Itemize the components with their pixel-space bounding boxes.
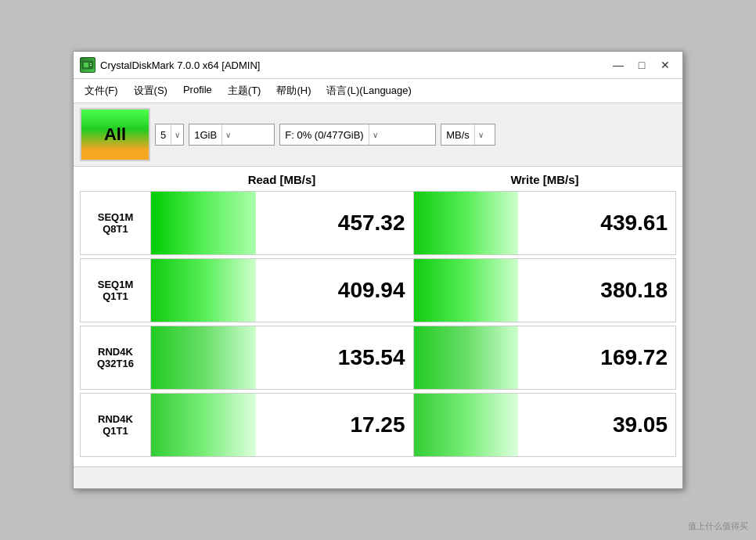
count-select[interactable]: 5 ∨ bbox=[155, 124, 184, 146]
table-row: SEQ1M Q8T1 457.32 439.61 bbox=[80, 191, 676, 255]
header-empty bbox=[80, 170, 150, 189]
svg-rect-1 bbox=[84, 63, 88, 67]
title-bar-left: CrystalDiskMark 7.0.0 x64 [ADMIN] bbox=[80, 57, 260, 73]
read-bar-2 bbox=[151, 326, 256, 389]
close-button[interactable]: ✕ bbox=[654, 56, 676, 74]
read-value-1: 409.94 bbox=[256, 259, 413, 322]
size-value: 1GiB bbox=[189, 128, 221, 142]
app-icon bbox=[80, 57, 95, 73]
row-cells: 135.54 169.72 bbox=[151, 326, 675, 389]
drive-select[interactable]: F: 0% (0/477GiB) ∨ bbox=[279, 124, 436, 146]
write-bar-2 bbox=[414, 326, 519, 389]
read-value-3: 17.25 bbox=[256, 394, 413, 456]
write-bar-3 bbox=[414, 394, 519, 456]
minimize-button[interactable]: — bbox=[607, 56, 629, 74]
results-table: Read [MB/s] Write [MB/s] SEQ1M Q8T1 457.… bbox=[74, 167, 682, 466]
maximize-button[interactable]: □ bbox=[631, 56, 653, 74]
row-label-seq1m-q1t1: SEQ1M Q1T1 bbox=[81, 259, 151, 322]
row-label-seq1m-q8t1: SEQ1M Q8T1 bbox=[81, 192, 151, 254]
menu-item-s[interactable]: 设置(S) bbox=[126, 81, 175, 101]
drive-arrow[interactable]: ∨ bbox=[369, 124, 381, 145]
svg-rect-3 bbox=[90, 65, 92, 66]
menu-item-llanguage[interactable]: 语言(L)(Language) bbox=[319, 81, 419, 101]
read-value-0: 457.32 bbox=[256, 192, 413, 254]
header-write: Write [MB/s] bbox=[413, 170, 676, 189]
row-label-rnd4k-q32t16: RND4K Q32T16 bbox=[81, 326, 151, 389]
count-arrow[interactable]: ∨ bbox=[171, 124, 183, 145]
size-select[interactable]: 1GiB ∨ bbox=[189, 124, 275, 146]
header-read: Read [MB/s] bbox=[150, 170, 413, 189]
read-bar-3 bbox=[151, 394, 256, 456]
table-row: SEQ1M Q1T1 409.94 380.18 bbox=[80, 258, 676, 322]
read-cell-1: 409.94 bbox=[151, 259, 414, 322]
title-bar: CrystalDiskMark 7.0.0 x64 [ADMIN] — □ ✕ bbox=[74, 52, 682, 79]
read-cell-0: 457.32 bbox=[151, 192, 414, 254]
write-cell-1: 380.18 bbox=[414, 259, 676, 322]
table-header: Read [MB/s] Write [MB/s] bbox=[80, 170, 676, 189]
read-value-2: 135.54 bbox=[256, 326, 413, 389]
row-cells: 409.94 380.18 bbox=[151, 259, 675, 322]
title-controls: — □ ✕ bbox=[607, 56, 676, 74]
svg-rect-2 bbox=[90, 63, 92, 64]
row-cells: 17.25 39.05 bbox=[151, 394, 675, 456]
table-row: RND4K Q1T1 17.25 39.05 bbox=[80, 393, 676, 457]
write-bar-1 bbox=[414, 259, 519, 322]
row-label-rnd4k-q1t1: RND4K Q1T1 bbox=[81, 394, 151, 456]
read-bar-0 bbox=[151, 192, 256, 254]
menu-item-profile[interactable]: Profile bbox=[175, 81, 220, 101]
main-window: CrystalDiskMark 7.0.0 x64 [ADMIN] — □ ✕ … bbox=[73, 51, 683, 489]
write-cell-0: 439.61 bbox=[414, 192, 676, 254]
write-value-2: 169.72 bbox=[518, 326, 675, 389]
status-bar bbox=[74, 466, 682, 488]
read-cell-3: 17.25 bbox=[151, 394, 414, 456]
unit-select[interactable]: MB/s ∨ bbox=[441, 124, 495, 146]
write-value-1: 380.18 bbox=[518, 259, 675, 322]
unit-value: MB/s bbox=[441, 128, 474, 142]
table-row: RND4K Q32T16 135.54 169.72 bbox=[80, 326, 676, 390]
window-title: CrystalDiskMark 7.0.0 x64 [ADMIN] bbox=[100, 59, 260, 71]
read-bar-1 bbox=[151, 259, 256, 322]
write-value-0: 439.61 bbox=[518, 192, 675, 254]
write-cell-3: 39.05 bbox=[414, 394, 676, 456]
menu-item-t[interactable]: 主题(T) bbox=[220, 81, 269, 101]
read-cell-2: 135.54 bbox=[151, 326, 414, 389]
unit-arrow[interactable]: ∨ bbox=[474, 124, 487, 145]
row-cells: 457.32 439.61 bbox=[151, 192, 675, 254]
menu-item-f[interactable]: 文件(F) bbox=[77, 81, 126, 101]
write-cell-2: 169.72 bbox=[414, 326, 676, 389]
drive-value: F: 0% (0/477GiB) bbox=[280, 128, 368, 142]
size-arrow[interactable]: ∨ bbox=[221, 124, 234, 145]
menu-bar: 文件(F)设置(S)Profile主题(T)帮助(H)语言(L)(Languag… bbox=[74, 79, 682, 103]
write-bar-0 bbox=[414, 192, 519, 254]
count-value: 5 bbox=[156, 128, 171, 142]
menu-item-h[interactable]: 帮助(H) bbox=[268, 81, 319, 101]
write-value-3: 39.05 bbox=[518, 394, 675, 456]
all-button[interactable]: All bbox=[80, 108, 150, 161]
watermark: 值上什么值得买 bbox=[688, 520, 748, 532]
toolbar: All 5 ∨ 1GiB ∨ F: 0% (0/477GiB) ∨ MB/s ∨ bbox=[74, 103, 682, 167]
